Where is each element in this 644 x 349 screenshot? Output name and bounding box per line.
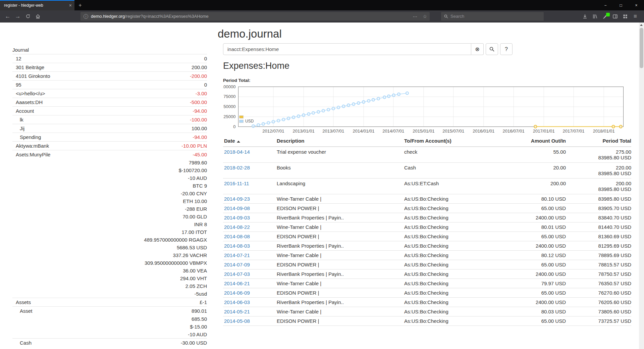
sidebar-panel-icon[interactable] xyxy=(611,12,619,20)
svg-text:2014/07/01: 2014/07/01 xyxy=(382,129,404,134)
register-account[interactable]: As:US:Bo:Checking xyxy=(404,271,505,277)
register-account[interactable]: As:US:Bo:Checking xyxy=(404,262,505,267)
register-date-cell: 2014-08-22 xyxy=(223,224,277,230)
account-link[interactable]: lk xyxy=(12,117,23,122)
column-header-amount: Amount Out/In xyxy=(505,138,566,144)
sidebar-account-row: Aktywa:mBank-10.00 PLN xyxy=(12,141,207,150)
account-balance: ETH 10.00 xyxy=(183,198,207,204)
account-link[interactable]: 4101 Girokonto xyxy=(12,73,50,79)
account-link[interactable]: 12 xyxy=(12,56,21,61)
account-link[interactable]: 301 Beiträge xyxy=(12,64,44,70)
register-account[interactable]: As:US:Bo:Checking xyxy=(404,243,505,249)
transaction-date-link[interactable]: 2018-04-14 xyxy=(224,149,250,155)
transaction-date-link[interactable]: 2014-09-08 xyxy=(224,205,250,211)
svg-text:2015/01/01: 2015/01/01 xyxy=(413,129,434,134)
account-link[interactable]: Account xyxy=(12,108,34,114)
home-icon[interactable] xyxy=(33,12,43,21)
transaction-date-link[interactable]: 2014-07-03 xyxy=(224,271,250,277)
menu-icon[interactable]: ≡ xyxy=(631,12,639,20)
site-info-icon[interactable]: i xyxy=(84,14,88,19)
register-account[interactable]: As:US:Bo:Checking xyxy=(404,234,505,239)
transaction-date-link[interactable]: 2014-05-08 xyxy=(224,318,250,324)
transaction-date-link[interactable]: 2014-05-21 xyxy=(224,309,250,314)
account-link[interactable]: 95 xyxy=(12,82,21,88)
account-balance: 685.50 xyxy=(192,316,207,322)
account-link[interactable]: <u>hello</u> xyxy=(12,91,45,96)
clear-query-button[interactable]: ⊗ xyxy=(471,43,484,55)
sidebar-account-row: <u>hello</u>-3.00 xyxy=(12,89,207,98)
grid-icon[interactable] xyxy=(621,12,629,20)
transaction-date-link[interactable]: 2014-07-21 xyxy=(224,252,250,258)
library-icon[interactable] xyxy=(591,12,599,20)
account-link[interactable]: Asset xyxy=(12,308,33,314)
register-account[interactable]: As:US:Bo:Checking xyxy=(404,205,505,211)
register-account[interactable]: As:US:Bo:Checking xyxy=(404,215,505,220)
transaction-date-link[interactable]: 2014-08-08 xyxy=(224,234,250,239)
download-icon[interactable] xyxy=(581,12,589,20)
account-link[interactable]: Aaasets:DH xyxy=(12,99,43,105)
forward-icon[interactable]: → xyxy=(13,12,23,21)
sidebar-balance-row: 17.00 ITOT xyxy=(12,228,207,236)
register-account[interactable]: As:US:Bo:Checking xyxy=(404,290,505,296)
account-link[interactable]: Asets:MunyPile xyxy=(12,152,50,157)
back-icon[interactable]: ← xyxy=(3,12,13,21)
window-close-button[interactable]: × xyxy=(629,0,644,10)
window-maximize-button[interactable]: □ xyxy=(613,0,629,10)
tab-close-icon[interactable]: × xyxy=(69,3,72,8)
extension-quill-icon[interactable] xyxy=(601,12,609,20)
register-row: 2014-07-03RiverBank Properties | Payin..… xyxy=(223,269,631,279)
url-text[interactable]: demo.hledger.org/register?q=inacct%3AExp… xyxy=(91,14,410,19)
url-bar[interactable]: i demo.hledger.org/register?q=inacct%3AE… xyxy=(80,12,430,21)
register-account[interactable]: As:US:Bo:Checking xyxy=(404,281,505,286)
transaction-date-link[interactable]: 2014-08-22 xyxy=(224,224,250,230)
register-period-total: 81295.69 USD xyxy=(566,243,631,249)
scrollbar-up-arrow-icon[interactable] xyxy=(640,24,643,26)
transaction-date-link[interactable]: 2018-02-28 xyxy=(224,165,250,170)
register-account[interactable]: As:US:ET:Cash xyxy=(404,181,505,192)
register-account[interactable]: As:US:Bo:Checking xyxy=(404,299,505,305)
window-minimize-button[interactable]: − xyxy=(598,0,613,10)
register-account[interactable]: As:US:Bo:Checking xyxy=(404,224,505,230)
transaction-date-link[interactable]: 2014-09-23 xyxy=(224,196,250,202)
register-date-cell: 2014-08-03 xyxy=(223,243,277,249)
transaction-date-link[interactable]: 2016-11-11 xyxy=(224,181,249,186)
browser-search-bar[interactable]: Search xyxy=(441,12,544,21)
new-tab-button[interactable]: + xyxy=(74,0,86,10)
account-link[interactable]: Aktywa:mBank xyxy=(12,143,49,149)
account-balance: -94.00 xyxy=(193,134,207,140)
journal-link[interactable]: Journal xyxy=(12,47,29,53)
extension-badge xyxy=(606,13,610,16)
browser-tab[interactable]: register - hledger-web × xyxy=(0,0,74,10)
transaction-date-link[interactable]: 2014-06-09 xyxy=(224,290,250,296)
register-account[interactable]: As:US:Bo:Checking xyxy=(404,252,505,258)
account-link[interactable]: Cash xyxy=(12,340,32,346)
column-header-date[interactable]: Date xyxy=(223,138,277,144)
scrollbar-thumb[interactable] xyxy=(640,28,643,68)
transaction-date-link[interactable]: 2014-08-03 xyxy=(224,243,250,249)
help-button[interactable]: ? xyxy=(500,43,513,55)
transaction-date-link[interactable]: 2014-06-03 xyxy=(224,299,250,305)
url-domain: demo.hledger.org xyxy=(91,14,125,19)
account-link[interactable]: Assets xyxy=(12,299,31,305)
tab-title: register - hledger-web xyxy=(4,3,67,8)
register-account[interactable]: As:US:Bo:Checking xyxy=(404,196,505,202)
bookmark-star-icon[interactable]: ☆ xyxy=(423,14,427,19)
query-input[interactable] xyxy=(223,43,471,55)
search-button[interactable] xyxy=(486,43,498,55)
register-account[interactable]: As:US:Bo:Checking xyxy=(404,309,505,314)
register-amount: 2400.00 USD xyxy=(505,243,566,249)
page-scrollbar[interactable] xyxy=(639,22,644,349)
transaction-date-link[interactable]: 2014-06-21 xyxy=(224,281,250,286)
register-description: EDISON POWER | xyxy=(277,262,404,267)
register-account[interactable]: As:US:Bo:Checking xyxy=(404,318,505,324)
transaction-date-link[interactable]: 2014-07-09 xyxy=(224,262,250,267)
account-balance: INR 8 xyxy=(194,221,207,227)
account-link[interactable]: Jij xyxy=(12,126,24,131)
reload-icon[interactable] xyxy=(23,12,33,21)
account-link[interactable]: Spending xyxy=(12,134,41,140)
register-row: 2014-08-22Wine-Tarner Cable |As:US:Bo:Ch… xyxy=(223,222,631,232)
register-account[interactable]: Cash xyxy=(404,165,505,176)
register-account[interactable]: check xyxy=(404,149,505,160)
transaction-date-link[interactable]: 2014-09-03 xyxy=(224,215,250,220)
page-actions-icon[interactable]: ⋯ xyxy=(413,14,417,19)
